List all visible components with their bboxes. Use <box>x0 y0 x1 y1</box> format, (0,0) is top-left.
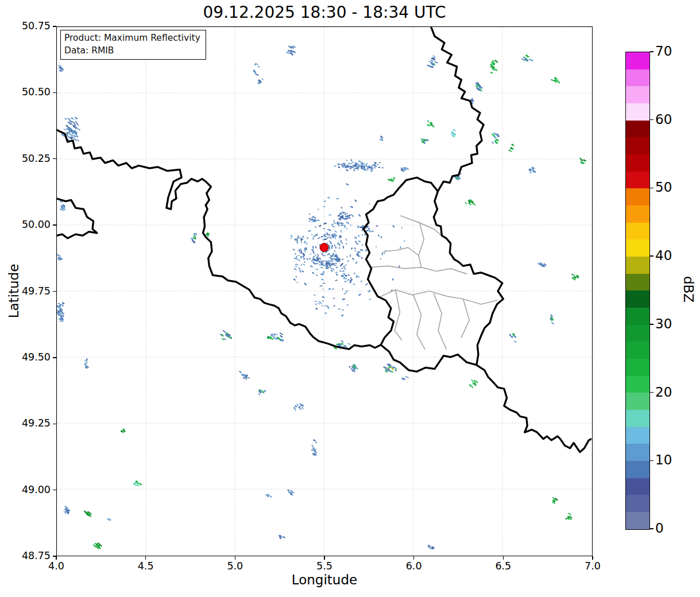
x-axis-label: Longitude <box>56 572 593 587</box>
echo-speck <box>551 321 554 324</box>
echo-speck <box>473 203 476 206</box>
echo-speck <box>315 441 318 444</box>
echo-speck <box>334 230 337 232</box>
echo-speck <box>342 218 345 219</box>
echo-speck <box>329 230 331 231</box>
colorbar-tick-mark <box>650 119 653 120</box>
echo-speck <box>310 265 313 268</box>
echo-speck <box>361 257 363 259</box>
colorbar-tick-label: 60 <box>655 112 695 127</box>
y-tick-mark <box>53 92 56 93</box>
echo-speck <box>350 277 352 279</box>
echo-speck <box>300 264 302 266</box>
echo-speck <box>324 200 326 202</box>
colorbar-tick-label: 50 <box>655 180 695 195</box>
echo-speck <box>311 234 312 235</box>
colorbar-segment <box>626 512 649 529</box>
radar-echoes <box>57 45 586 549</box>
echo-speck <box>304 282 307 285</box>
echo-speck <box>304 249 305 253</box>
echo-speck <box>291 238 292 239</box>
echo-speck <box>350 168 352 169</box>
echo-speck <box>327 197 330 199</box>
echo-speck <box>341 240 342 243</box>
echo-speck <box>354 247 356 249</box>
echo-speck <box>399 265 400 267</box>
echo-speck <box>283 536 285 538</box>
echo-speck <box>529 172 532 174</box>
echo-speck <box>358 165 360 166</box>
echo-speck <box>338 243 341 246</box>
echo-speck <box>296 281 298 283</box>
echo-speck <box>341 268 343 269</box>
y-tick-mark <box>53 424 56 424</box>
echo-speck <box>345 214 346 215</box>
colorbar-segment <box>626 154 649 172</box>
echo-speck <box>354 237 355 239</box>
echo-speck <box>358 235 359 237</box>
echo-speck <box>312 448 315 449</box>
echo-speck <box>315 254 316 256</box>
colorbar-segment <box>626 342 649 359</box>
echo-speck <box>258 66 260 68</box>
echo-speck <box>333 220 335 222</box>
echo-speck <box>342 298 345 300</box>
x-tick-mark <box>56 556 56 560</box>
echo-speck <box>316 220 319 221</box>
y-tick-mark <box>53 357 56 358</box>
y-tick-label: 49.75 <box>0 285 51 297</box>
echo-speck <box>358 293 361 296</box>
echo-speck <box>315 308 318 309</box>
echo-speck <box>338 166 340 169</box>
echo-speck <box>296 404 299 406</box>
echo-speck <box>351 163 353 164</box>
map-canvas <box>57 27 591 555</box>
echo-speck <box>342 166 345 168</box>
echo-speck <box>514 340 517 343</box>
echo-speck <box>353 165 354 166</box>
echo-speck <box>471 379 474 382</box>
echo-speck <box>346 255 347 258</box>
echo-speck <box>583 159 586 161</box>
echo-speck <box>59 321 61 322</box>
echo-speck <box>293 268 297 270</box>
echo-speck <box>347 343 350 345</box>
echo-speck <box>239 371 242 374</box>
echo-speck <box>338 225 339 226</box>
echo-speck <box>59 255 61 257</box>
echo-speck <box>404 241 405 242</box>
product-annotation-box: Product: Maximum Reflectivity Data: RMIB <box>60 30 206 60</box>
echo-speck <box>380 258 381 259</box>
echo-speck <box>312 445 315 448</box>
echo-speck <box>314 294 316 296</box>
colorbar-segment <box>626 495 649 512</box>
colorbar-tick-mark <box>650 528 653 529</box>
echo-speck <box>334 264 337 266</box>
echo-speck <box>342 309 343 311</box>
echo-speck <box>571 274 575 276</box>
echo-speck <box>328 247 330 249</box>
echo-speck <box>314 450 316 452</box>
echo-speck <box>339 247 340 249</box>
colorbar-segment <box>626 52 649 69</box>
region-border-path <box>434 294 446 350</box>
echo-speck <box>355 241 357 243</box>
echo-speck <box>295 405 297 408</box>
echo-speck <box>279 332 283 335</box>
echo-speck <box>328 288 331 290</box>
echo-speck <box>64 129 67 130</box>
echo-speck <box>306 258 308 260</box>
echo-speck <box>62 302 65 304</box>
echo-speck <box>301 270 304 273</box>
echo-speck <box>346 213 347 214</box>
echo-speck <box>332 288 334 290</box>
echo-speck <box>392 278 394 281</box>
echo-speck <box>348 163 350 165</box>
echo-speck <box>295 409 296 410</box>
echo-speck <box>322 300 324 302</box>
echo-speck <box>345 278 347 280</box>
echo-speck <box>331 246 332 249</box>
echo-speck <box>245 378 247 381</box>
region-border-path <box>413 295 425 349</box>
echo-speck <box>347 274 350 276</box>
